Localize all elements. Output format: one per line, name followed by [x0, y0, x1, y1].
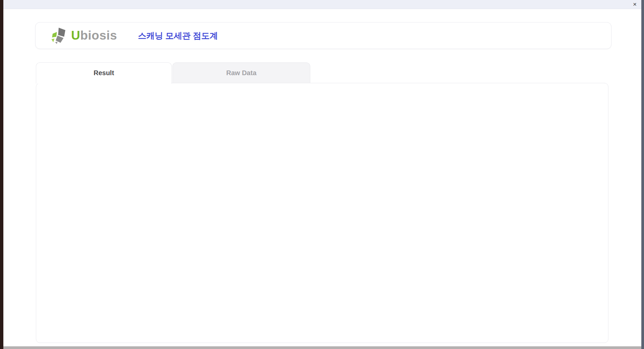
app-window: × Ubiosis 스캐닝 모세관 점도계 Result Raw Data — [3, 0, 641, 346]
content-panel — [36, 83, 608, 343]
window-bottom-edge — [3, 346, 641, 349]
ubiosis-logo: Ubiosis — [50, 27, 117, 45]
logo-letters-rest: biosis — [80, 29, 117, 42]
page-title: 스캐닝 모세관 점도계 — [138, 30, 218, 41]
ubiosis-logo-icon — [50, 27, 68, 45]
tab-result[interactable]: Result — [36, 62, 172, 84]
logo-text: Ubiosis — [71, 29, 117, 43]
header-card: Ubiosis 스캐닝 모세관 점도계 — [35, 22, 611, 49]
window-titlebar: × — [3, 0, 641, 9]
tab-raw-data[interactable]: Raw Data — [172, 62, 310, 83]
logo-letter-u: U — [71, 29, 80, 42]
window-close-button[interactable]: × — [633, 0, 637, 8]
